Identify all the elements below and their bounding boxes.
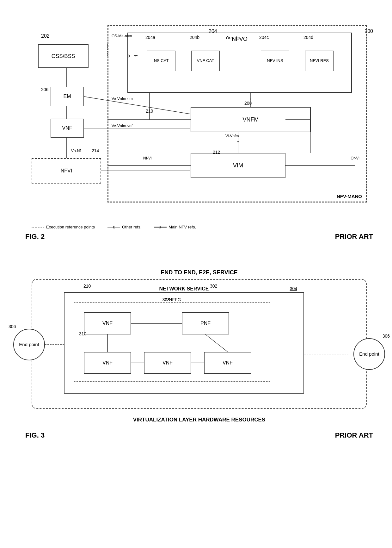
- nfv-mano-label: NFV-MANO: [337, 194, 362, 199]
- nfvo-box: NFVO NS CAT VNF CAT NFV INS: [127, 33, 352, 93]
- label-212: 212: [213, 150, 220, 155]
- vnf-topleft-box: VNF: [84, 312, 131, 334]
- fig3-title: FIG. 3: [25, 431, 45, 439]
- legend-other-refs: Other refs.: [107, 225, 141, 229]
- label-204a: 204a: [145, 35, 155, 40]
- label-310: 310: [79, 331, 86, 336]
- ns-cat-box: NS CAT: [147, 51, 175, 71]
- pnf-box: PNF: [182, 312, 229, 334]
- nfvi-left-box: NFVI: [32, 158, 101, 184]
- vn-nf-label: Vn-Nf: [71, 149, 81, 153]
- legend: Execution reference points Other refs.: [32, 225, 373, 229]
- or-vi-label: Or-Vi: [351, 156, 359, 160]
- label-210-fig3: 210: [83, 283, 91, 289]
- e2e-label: END TO END, E2E, SERVICE: [25, 269, 373, 276]
- oss-bss-box: OSS/BSS: [38, 44, 89, 68]
- label-306-right: 306: [383, 333, 390, 339]
- label-206: 206: [41, 87, 48, 92]
- vnf-bottommid-box: VNF: [144, 352, 191, 374]
- vnf-cat-box: VNF CAT: [191, 51, 220, 71]
- label-302: 302: [210, 283, 217, 289]
- vnf-bottomleft-box: VNF: [84, 352, 131, 374]
- vnf-left-box: VNF: [51, 119, 84, 138]
- fig3-section: END TO END, E2E, SERVICE End point 306 E…: [6, 269, 386, 452]
- other-refs-line-icon: [107, 225, 120, 229]
- label-210: 210: [146, 109, 153, 114]
- main-nfv-line-icon: [154, 225, 167, 229]
- vnfm-box: VNFM: [191, 107, 311, 132]
- vnffg-text-label: VNFFG: [166, 297, 181, 302]
- nf-vi-label: Nf-Vi: [143, 156, 151, 160]
- em-box: EM: [51, 87, 84, 106]
- fig3-prior-art: PRIOR ART: [335, 431, 373, 439]
- os-ma-nfvo-label: OS-Ma-nfvo: [112, 34, 132, 38]
- endpoint-right: End point: [353, 338, 385, 370]
- page: 200 202 204 OSS/BSS NFVO N: [0, 0, 392, 458]
- label-204d: 204d: [303, 35, 313, 40]
- legend-main-nfv: Main NFV refs.: [154, 225, 196, 229]
- label-304: 304: [290, 286, 297, 291]
- label-214: 214: [92, 148, 99, 153]
- nfv-mano-box: NFVO NS CAT VNF CAT NFV INS: [107, 25, 367, 202]
- fig2-section: 200 202 204 OSS/BSS NFVO N: [6, 6, 386, 260]
- e2e-outer-box: End point 306 End point 306 NETWORK SERV…: [32, 279, 367, 409]
- vi-vnfm-label: Vi-Vnfm: [225, 134, 239, 138]
- svg-line-32: [205, 334, 228, 352]
- endpoint-left: End point: [13, 329, 45, 360]
- network-service-label: NETWORK SERVICE: [159, 286, 209, 292]
- or-vnfm-label: Or-vnfm: [226, 36, 240, 40]
- label-204b: 204b: [190, 35, 199, 40]
- fig2-title: FIG. 2: [25, 233, 45, 241]
- network-service-box: NETWORK SERVICE 210 302 304 308 VNFFG: [64, 292, 304, 394]
- ve-vnfm-em-label: Ve-Vnfm-em: [112, 97, 133, 101]
- legend-exec-ref: Execution reference points: [32, 225, 95, 229]
- nfv-ins-box: NFV INS: [261, 51, 289, 71]
- label-306-left: 306: [9, 324, 16, 329]
- label-204c: 204c: [259, 35, 269, 40]
- fig2-prior-art: PRIOR ART: [335, 233, 373, 241]
- vnf-bottomright-box: VNF: [204, 352, 251, 374]
- ve-vnfm-vnf-label: Ve-Vnfm-vnf: [112, 124, 132, 128]
- vnffg-box: 308 VNFFG VNF PNF 310: [74, 302, 270, 382]
- label-208: 208: [244, 101, 252, 106]
- exec-ref-line-icon: [32, 225, 44, 229]
- fig3-container: END TO END, E2E, SERVICE End point 306 E…: [25, 269, 373, 439]
- virt-layer-label: VIRTUALIZATION LAYER HARDWARE RESOURCES: [25, 415, 373, 425]
- vim-box: VIM: [191, 153, 285, 178]
- nfvi-res-box: NFVI RES: [305, 51, 334, 71]
